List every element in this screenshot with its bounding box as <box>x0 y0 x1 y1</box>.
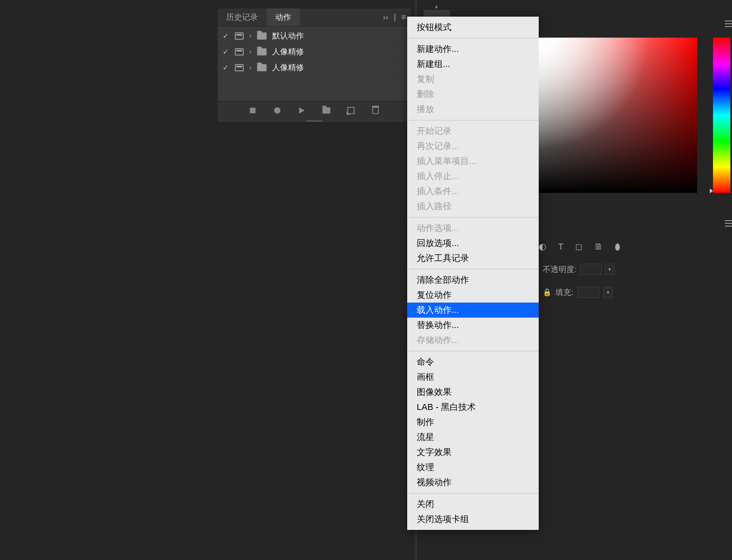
menu-item[interactable]: 纹理 <box>407 460 539 475</box>
action-label: 人像精修 <box>272 62 304 73</box>
menu-item: 播放 <box>407 102 539 117</box>
fill-input[interactable] <box>578 287 599 298</box>
menu-item: 插入菜单项目... <box>407 154 539 169</box>
text-icon[interactable]: T <box>558 242 563 252</box>
expand-icon[interactable]: ›› <box>383 13 388 22</box>
panel-footer <box>217 101 411 119</box>
resize-grip[interactable] <box>217 119 411 122</box>
menu-separator <box>407 38 539 38</box>
menu-item: 再次记录... <box>407 139 539 154</box>
fill-row: 🔒 填充: ▾ <box>543 287 613 298</box>
menu-item: 插入条件... <box>407 184 539 199</box>
menu-item[interactable]: 制作 <box>407 415 539 430</box>
new-folder-button[interactable] <box>322 106 331 115</box>
menu-item[interactable]: 视频动作 <box>407 475 539 490</box>
dialog-icon[interactable] <box>235 32 244 40</box>
menu-item: 动作选项... <box>407 221 539 236</box>
toggle-icon[interactable]: ⬮ <box>615 242 620 252</box>
vert-sep-icon: | <box>394 13 396 22</box>
folder-icon <box>257 48 267 55</box>
folder-icon <box>257 32 267 40</box>
menu-item[interactable]: 流星 <box>407 430 539 445</box>
opacity-input[interactable] <box>580 264 602 275</box>
hue-pointer-icon <box>710 189 713 193</box>
menu-item: 复制 <box>407 72 539 87</box>
chevron-right-icon[interactable]: › <box>249 63 252 72</box>
smart-icon[interactable]: 🗎 <box>594 242 603 252</box>
opacity-label: 不透明度: <box>543 264 577 275</box>
menu-item[interactable]: 清除全部动作 <box>407 272 539 288</box>
tab-history[interactable]: 历史记录 <box>217 8 267 26</box>
menu-item[interactable]: 载入动作... <box>407 303 539 318</box>
color-picker[interactable] <box>539 38 697 193</box>
panel-tabs: 历史记录 动作 ›› | ≡ <box>217 8 411 27</box>
new-action-button[interactable] <box>346 106 356 115</box>
menu-item: 删除 <box>407 87 539 102</box>
action-row[interactable]: ✓ › 人像精修 <box>217 60 411 76</box>
menu-item: 存储动作... <box>407 333 539 348</box>
menu-item: 开始记录 <box>407 124 539 139</box>
check-icon[interactable]: ✓ <box>221 48 229 56</box>
action-label: 人像精修 <box>272 46 304 57</box>
opacity-dropdown[interactable]: ▾ <box>605 264 614 275</box>
menu-item[interactable]: 图像效果 <box>407 385 539 400</box>
stop-button[interactable] <box>248 106 257 115</box>
lock-icon[interactable]: 🔒 <box>543 288 551 297</box>
menu-item[interactable]: 回放选项... <box>407 236 539 251</box>
action-row[interactable]: ✓ › 人像精修 <box>217 44 411 60</box>
panel-menu-icon[interactable] <box>725 220 732 227</box>
menu-item: 插入路径 <box>407 199 539 214</box>
menu-item[interactable]: 允许工具记录 <box>407 251 539 266</box>
folder-icon <box>257 64 267 71</box>
menu-separator <box>407 351 539 351</box>
menu-item[interactable]: 复位动作 <box>407 288 539 303</box>
fill-dropdown[interactable]: ▾ <box>603 287 613 298</box>
panel-menu-icon[interactable] <box>725 21 732 27</box>
menu-separator <box>407 269 539 269</box>
shape-icon[interactable]: ◻ <box>575 242 582 252</box>
dialog-icon[interactable] <box>235 48 244 55</box>
menu-item[interactable]: LAB - 黑白技术 <box>407 400 539 415</box>
menu-item[interactable]: 文字效果 <box>407 445 539 460</box>
check-icon[interactable]: ✓ <box>221 64 229 72</box>
action-list: ✓ › 默认动作 ✓ › 人像精修 ✓ › 人像精修 <box>217 27 411 77</box>
hue-bar[interactable] <box>713 38 730 193</box>
menu-item[interactable]: 新建组... <box>407 57 539 72</box>
menu-item[interactable]: 命令 <box>407 354 539 370</box>
tab-actions[interactable]: 动作 <box>267 8 300 26</box>
trash-button[interactable] <box>371 106 380 115</box>
opacity-row: 不透明度: ▾ <box>543 264 614 275</box>
menu-item[interactable]: 按钮模式 <box>407 20 539 35</box>
menu-separator <box>407 493 539 493</box>
menu-item[interactable]: 关闭 <box>407 497 539 512</box>
menu-item[interactable]: 新建动作... <box>407 42 539 57</box>
layer-filter-row: ◐ T ◻ 🗎 ⬮ <box>539 242 620 252</box>
menu-item: 插入停止... <box>407 169 539 184</box>
menu-item[interactable]: 关闭选项卡组 <box>407 512 539 527</box>
fill-label: 填充: <box>555 287 574 298</box>
check-icon[interactable]: ✓ <box>221 32 229 40</box>
collapsed-tab[interactable] <box>423 10 451 17</box>
menu-item[interactable]: 画框 <box>407 370 539 385</box>
actions-panel: 历史记录 动作 ›› | ≡ ✓ › 默认动作 ✓ › 人像精修 ✓ › 人像精… <box>217 8 411 123</box>
action-label: 默认动作 <box>272 30 304 41</box>
menu-separator <box>407 120 539 120</box>
action-row[interactable]: ✓ › 默认动作 <box>217 28 411 44</box>
chevron-right-icon[interactable]: › <box>249 32 252 40</box>
context-menu: 按钮模式新建动作...新建组...复制删除播放开始记录再次记录...插入菜单项目… <box>407 17 539 530</box>
adjustment-icon[interactable]: ◐ <box>539 242 546 252</box>
menu-item[interactable]: 替换动作... <box>407 318 539 333</box>
record-button[interactable] <box>273 106 282 115</box>
dialog-icon[interactable] <box>235 64 244 71</box>
menu-separator <box>407 217 539 217</box>
play-button[interactable] <box>297 106 307 115</box>
chevron-right-icon[interactable]: › <box>249 48 252 56</box>
panel-menu-icon[interactable]: ≡ <box>401 13 406 22</box>
